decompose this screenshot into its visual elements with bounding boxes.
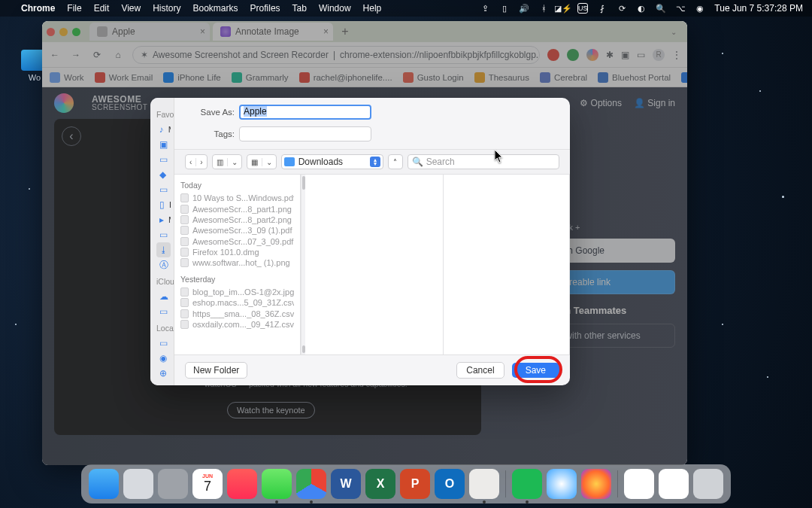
view-columns-button[interactable]: ▥⌄ xyxy=(212,154,242,169)
save-button[interactable]: Save xyxy=(512,363,559,378)
file-item[interactable]: AwesomeScr...8_part1.png xyxy=(180,203,294,214)
phone-status-icon[interactable]: ▯ xyxy=(499,3,510,14)
sidebar-item-desktop[interactable]: ▭Desktop xyxy=(156,182,171,197)
sidebar-item-icloud[interactable]: ☁iCloud Dri... xyxy=(156,289,171,304)
siri-icon[interactable]: ◉ xyxy=(695,3,705,14)
window-controls[interactable] xyxy=(47,28,80,36)
sidebar-item-applications[interactable]: ⒶApplicati... xyxy=(156,257,171,272)
file-item[interactable]: www.softwar...hot_ (1).png xyxy=(180,257,294,268)
file-item[interactable]: AwesomeScr...3_09 (1).pdf xyxy=(180,225,294,236)
dock-safari-icon[interactable] xyxy=(547,469,577,499)
bookmark-iphonelife[interactable]: iPhone Life xyxy=(163,72,221,83)
bookmark-bluehost[interactable]: Bluehost Portal xyxy=(598,72,671,83)
dock-doc2-icon[interactable] xyxy=(659,469,689,499)
minimize-window-icon[interactable] xyxy=(59,28,68,36)
dock-music-icon[interactable] xyxy=(227,469,257,499)
file-item[interactable]: AwesomeScr...07_3_09.pdf xyxy=(180,236,294,247)
spotlight-icon[interactable]: 🔍 xyxy=(656,3,666,14)
tags-input[interactable] xyxy=(239,126,371,141)
sidebar-item-room[interactable]: ▭Room xyxy=(156,152,171,167)
stepper-icon[interactable]: ▴▾ xyxy=(370,157,380,167)
reload-button[interactable]: ⟳ xyxy=(90,48,104,62)
bookmark-thesaurus[interactable]: Thesaurus xyxy=(474,72,529,83)
new-tab-button[interactable]: + xyxy=(336,23,354,41)
dock-word-icon[interactable]: W xyxy=(331,469,361,499)
tab-annotate[interactable]: Annotate Image × xyxy=(213,23,333,41)
file-item[interactable]: osxdaily.com..._09_41Z.csv xyxy=(180,319,294,330)
file-column-2[interactable] xyxy=(305,175,444,354)
signin-link[interactable]: 👤 Sign in xyxy=(634,98,675,108)
menu-window[interactable]: Window xyxy=(319,3,351,14)
sidebar-item-pictures[interactable]: ▣Pictures xyxy=(156,137,171,152)
sidebar-item-documents[interactable]: ▯Documents xyxy=(156,197,171,212)
file-item[interactable]: blog_top_im...OS-1@2x.jpg xyxy=(180,287,294,297)
wifi-icon[interactable]: ⨏ xyxy=(597,3,607,14)
input-source-icon[interactable]: US xyxy=(577,3,588,14)
view-grid-button[interactable]: ▦⌄ xyxy=(247,154,277,169)
menu-edit[interactable]: Edit xyxy=(94,3,110,14)
app-menu[interactable]: Chrome xyxy=(21,3,55,14)
enclosing-folder-button[interactable]: ˄ xyxy=(388,154,403,169)
nav-back-icon[interactable]: ‹ xyxy=(186,158,196,166)
reader-icon[interactable]: ▭ xyxy=(637,50,645,60)
dropbox-status-icon[interactable]: ⇪ xyxy=(480,3,490,14)
canvas-back-button[interactable]: ‹ xyxy=(62,126,81,146)
bluetooth-icon[interactable]: ᚼ xyxy=(538,3,549,14)
dock-firefox-icon[interactable] xyxy=(581,469,611,499)
fullscreen-window-icon[interactable] xyxy=(72,28,80,36)
menu-history[interactable]: History xyxy=(153,3,180,14)
tabs-overflow-button[interactable]: ⌄ xyxy=(665,28,683,36)
close-tab-icon[interactable]: × xyxy=(200,26,205,37)
bookmark-email[interactable]: rachel@iphonelife.... xyxy=(299,72,392,83)
dock[interactable]: JUN7WXPO xyxy=(81,464,731,503)
control-center-icon[interactable]: ⌥ xyxy=(675,3,686,14)
back-button[interactable]: ← xyxy=(48,48,62,62)
ext-icon[interactable] xyxy=(567,49,579,61)
sync-icon[interactable]: ⟳ xyxy=(617,3,627,14)
file-item[interactable]: eshop.macs...5_09_31Z.csv xyxy=(180,297,294,308)
bookmark-work[interactable]: Work xyxy=(50,72,84,83)
volume-icon[interactable]: 🔊 xyxy=(519,3,529,14)
timemachine-icon[interactable]: ◐ xyxy=(636,3,647,14)
sidebar-item-rachels[interactable]: ▭Rachel's... xyxy=(156,336,171,351)
location-popup[interactable]: Downloads ▴▾ xyxy=(281,154,383,169)
dock-trash-icon[interactable] xyxy=(693,469,723,499)
file-item[interactable]: AwesomeScr...8_part2.png xyxy=(180,214,294,225)
file-item[interactable]: 10 Ways to S...Windows.pdf xyxy=(180,193,294,203)
tab-apple[interactable]: Apple × xyxy=(89,23,210,41)
new-folder-button[interactable]: New Folder xyxy=(185,362,247,379)
cancel-button[interactable]: Cancel xyxy=(456,362,504,379)
dock-finder-icon[interactable] xyxy=(89,469,119,499)
file-column-3[interactable] xyxy=(444,175,570,354)
scroll-thumb2[interactable] xyxy=(302,345,305,353)
dock-doc1-icon[interactable] xyxy=(624,469,654,499)
ext-icon[interactable] xyxy=(547,49,559,61)
battery-icon[interactable]: ◪⚡ xyxy=(558,3,568,14)
bookmark-gusto[interactable]: Gusto Login xyxy=(403,72,464,83)
file-item[interactable]: Firefox 101.0.dmg xyxy=(180,247,294,257)
sidebar-item-movies[interactable]: ▸Movies xyxy=(156,212,171,227)
dock-outlook-icon[interactable]: O xyxy=(435,469,465,499)
bookmark-cerebral[interactable]: Cerebral xyxy=(540,72,587,83)
nav-forward-icon[interactable]: › xyxy=(196,158,206,166)
close-tab-icon[interactable]: × xyxy=(323,26,329,37)
sidebar-item-ray[interactable]: ▭Ray xyxy=(156,227,171,242)
menu-bookmarks[interactable]: Bookmarks xyxy=(193,3,238,14)
menu-profiles[interactable]: Profiles xyxy=(250,3,280,14)
sidebar-item-firefox-disk[interactable]: ◉Firefox ⏏ xyxy=(156,351,171,366)
profile-avatar-icon[interactable]: R xyxy=(653,49,665,61)
dock-excel-icon[interactable]: X xyxy=(365,469,395,499)
ext-icon[interactable] xyxy=(586,49,598,61)
dock-calendar-icon[interactable]: JUN7 xyxy=(192,469,223,499)
chrome-menu-icon[interactable]: ⋮ xyxy=(672,50,681,60)
dock-chrome-icon[interactable] xyxy=(296,469,326,499)
nav-back-forward[interactable]: ‹› xyxy=(185,154,208,169)
omnibox[interactable]: ✶ Awesome Screenshot and Screen Recorder… xyxy=(132,46,540,64)
file-column-1[interactable]: Today 10 Ways to S...Windows.pdf Awesome… xyxy=(174,175,301,354)
sidebar-item-shared[interactable]: ▭Shared xyxy=(156,304,171,319)
watch-keynote-button[interactable]: Watch the keynote xyxy=(227,402,315,418)
file-item[interactable]: https___sma..._08_36Z.csv xyxy=(180,308,294,318)
menu-file[interactable]: File xyxy=(67,3,81,14)
bookmark-facebook[interactable]: Facebook xyxy=(681,72,687,83)
menubar-clock[interactable]: Tue Jun 7 5:37:28 PM xyxy=(714,3,803,14)
